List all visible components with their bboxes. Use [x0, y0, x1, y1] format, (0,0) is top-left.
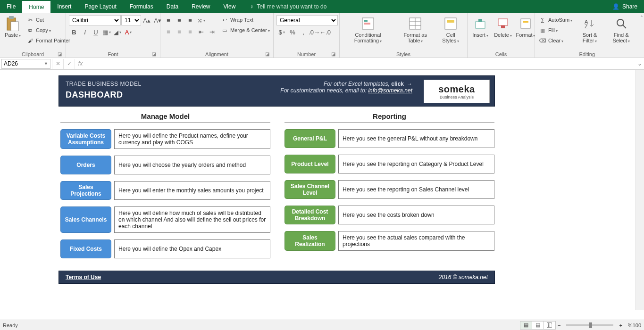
decrease-indent-button[interactable]: ⇤ — [196, 26, 206, 37]
tab-insert[interactable]: Insert — [50, 0, 78, 13]
zoom-out-button[interactable]: − — [556, 322, 562, 328]
delete-cells-button[interactable]: Delete — [493, 15, 513, 39]
cancel-formula-button[interactable]: ✕ — [52, 59, 63, 69]
nav-button-sales-channel-level[interactable]: Sales Channel Level — [284, 180, 335, 199]
zoom-in-button[interactable]: + — [617, 322, 624, 328]
find-select-button[interactable]: Find & Select — [606, 15, 636, 45]
autosum-button[interactable]: ∑AutoSum — [538, 15, 573, 25]
formula-input[interactable] — [86, 59, 636, 69]
align-bottom-button[interactable]: ≡ — [185, 15, 195, 25]
tell-me[interactable]: ♀ Tell me what you want to do — [242, 0, 326, 13]
format-cells-button[interactable]: Format — [516, 15, 535, 39]
merge-center-button[interactable]: ▭Merge & Center — [220, 25, 271, 35]
zoom-slider[interactable] — [566, 324, 613, 326]
paintbrush-icon: 🖌 — [26, 37, 34, 44]
decrease-decimal-button[interactable]: ←.0 — [320, 27, 330, 37]
share-button[interactable]: 👤 Share — [606, 0, 644, 13]
font-launcher-icon[interactable]: ◪ — [152, 51, 156, 57]
align-center-button[interactable]: ≡ — [174, 26, 184, 37]
nav-button-sales-channels[interactable]: Sales Channels — [60, 206, 111, 233]
align-left-button[interactable]: ≡ — [163, 26, 174, 37]
sort-filter-button[interactable]: AZSort & Filter — [576, 15, 603, 45]
cell-styles-button[interactable]: Cell Styles — [437, 15, 464, 45]
zoom-thumb[interactable] — [589, 322, 592, 328]
vertical-scrollbar[interactable] — [636, 70, 644, 310]
format-painter-button[interactable]: 🖌Format Painter — [25, 36, 71, 45]
expand-formula-bar-button[interactable]: ⌄ — [636, 60, 644, 67]
align-right-button[interactable]: ≡ — [185, 26, 195, 37]
tab-page-layout[interactable]: Page Layout — [78, 0, 123, 13]
logo-sub: Business Analysis — [440, 95, 474, 99]
bold-button[interactable]: B — [69, 27, 79, 37]
nav-desc-sales-channel-level: Here you see the reporting on Sales Chan… — [338, 180, 494, 199]
confirm-formula-button[interactable]: ✓ — [63, 59, 75, 69]
nav-button-sales-projections[interactable]: Sales Projections — [60, 181, 111, 200]
font-size-select[interactable]: 11 — [121, 15, 141, 25]
nav-button-product-level[interactable]: Product Level — [284, 155, 335, 173]
increase-indent-button[interactable]: ⇥ — [207, 26, 217, 37]
tab-review[interactable]: Review — [185, 0, 217, 13]
page-break-view-button[interactable]: ⿲ — [544, 321, 556, 330]
find-label: Find & Select — [608, 32, 635, 44]
nav-row: Sales Channel LevelHere you see the repo… — [284, 180, 494, 199]
clear-button[interactable]: ⌫Clear — [538, 36, 573, 45]
fill-color-button[interactable]: ◢ — [112, 27, 123, 37]
percent-format-button[interactable]: % — [287, 27, 298, 37]
tab-home[interactable]: Home — [22, 0, 50, 13]
sigma-icon: ∑ — [539, 16, 546, 24]
nav-button-general-p-l[interactable]: General P&L — [284, 129, 335, 148]
nav-button-variable-costs-assumptions[interactable]: Variable Costs Assumptions — [60, 129, 111, 149]
comma-format-button[interactable]: , — [298, 27, 309, 37]
name-box[interactable]: AD26 ▼ — [1, 59, 50, 69]
svg-point-20 — [617, 19, 624, 26]
nav-button-fixed-costs[interactable]: Fixed Costs — [60, 239, 111, 258]
font-color-button[interactable]: A — [123, 27, 134, 37]
collapse-ribbon-button[interactable]: ˄ — [639, 13, 644, 58]
tab-file[interactable]: File — [0, 0, 22, 13]
increase-font-button[interactable]: A▴ — [142, 15, 152, 25]
format-as-table-button[interactable]: Format as Table — [396, 15, 435, 45]
conditional-formatting-button[interactable]: Conditional Formatting — [343, 15, 393, 45]
paste-button[interactable]: Paste — [3, 15, 23, 39]
tab-data[interactable]: Data — [160, 0, 185, 13]
nav-button-detailed-cost-breakdown[interactable]: Detailed Cost Breakdown — [284, 206, 335, 224]
click-link[interactable]: click — [391, 81, 404, 87]
nav-button-orders[interactable]: Orders — [60, 156, 111, 174]
italic-button[interactable]: I — [80, 27, 90, 37]
align-middle-button[interactable]: ≡ — [174, 15, 184, 25]
orientation-button[interactable]: ⤭ — [196, 15, 206, 25]
tab-formulas[interactable]: Formulas — [123, 0, 160, 13]
logo-name: someka — [438, 84, 475, 95]
copy-button[interactable]: ⧉Copy — [25, 25, 71, 35]
email-link[interactable]: info@someka.net — [368, 87, 412, 94]
normal-view-button[interactable]: ▦ — [520, 321, 532, 330]
increase-decimal-button[interactable]: .0→ — [309, 27, 319, 37]
terms-link[interactable]: Terms of Use — [66, 274, 101, 280]
insert-function-button[interactable]: fx — [75, 59, 86, 69]
accounting-format-button[interactable]: $ — [276, 27, 287, 37]
namebox-dropdown-icon[interactable]: ▼ — [44, 61, 48, 66]
ribbon-group-cells: Insert Delete Format Cells — [468, 13, 535, 58]
wrap-text-button[interactable]: ↩Wrap Text — [220, 15, 271, 25]
nav-button-sales-realization[interactable]: Sales Realization — [284, 231, 335, 251]
cut-button[interactable]: ✂Cut — [25, 15, 71, 25]
alignment-launcher-icon[interactable]: ◪ — [265, 51, 269, 57]
borders-button[interactable]: ▦ — [101, 27, 112, 37]
page-layout-view-button[interactable]: ▤ — [532, 321, 544, 330]
number-launcher-icon[interactable]: ◪ — [331, 51, 335, 57]
conditional-icon — [360, 16, 376, 31]
share-label: Share — [622, 3, 637, 10]
font-name-select[interactable]: Calibri — [69, 15, 121, 25]
clipboard-launcher-icon[interactable]: ◪ — [58, 51, 62, 57]
dashboard-title: DASHBOARD — [66, 90, 142, 100]
insert-cells-button[interactable]: Insert — [470, 15, 490, 39]
tab-view[interactable]: View — [217, 0, 243, 13]
align-top-button[interactable]: ≡ — [163, 15, 174, 25]
nav-desc-detailed-cost-breakdown: Here you see the costs broken down — [338, 206, 494, 224]
format-icon — [518, 16, 533, 31]
underline-button[interactable]: U — [91, 27, 101, 37]
fill-button[interactable]: ▥Fill — [538, 25, 573, 35]
number-format-select[interactable]: General — [276, 15, 338, 25]
ribbon-group-font: Calibri 11 A▴ A▾ B I U ▦ ◢ A Font◪ — [66, 13, 160, 58]
ribbon-group-styles: Conditional Formatting Format as Table C… — [340, 13, 468, 58]
